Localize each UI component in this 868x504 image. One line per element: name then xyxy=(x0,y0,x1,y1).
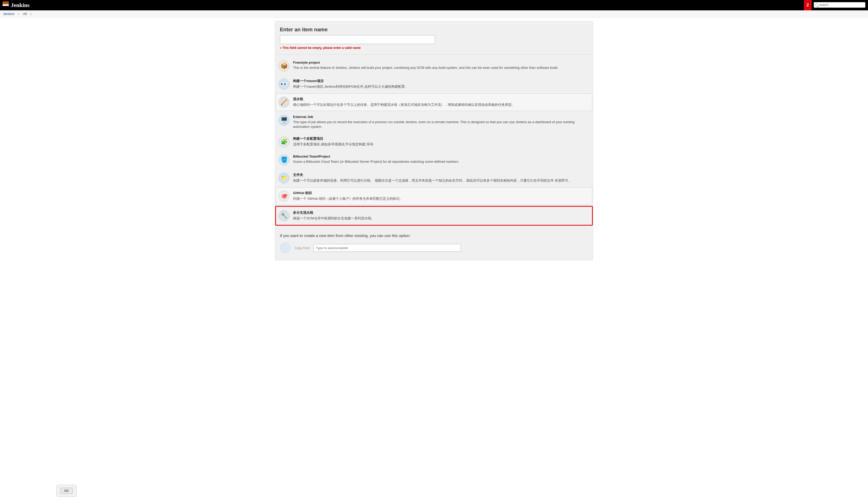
freestyle-icon: 📦 xyxy=(279,61,289,71)
logo-text: Jenkins xyxy=(11,2,30,9)
item-type-description: 构建一个maven项目.Jenkins利用你的POM文件,这样可以大大减轻构建配… xyxy=(293,84,589,89)
item-type-title: 流水线 xyxy=(293,97,589,101)
item-type-title: Bitbucket Team/Project xyxy=(293,154,589,158)
new-item-panel: Enter an item name » This field cannot b… xyxy=(275,21,593,260)
item-type-description: Scans a Bitbucket Cloud Team (or Bitbuck… xyxy=(293,160,589,164)
chevron-right-icon: ▸ xyxy=(18,12,19,15)
item-type-option[interactable]: 📁文件夹创建一个可以嵌套存储的容器。利用它可以进行分组。 视图仅仅是一个过滤器，… xyxy=(276,169,592,187)
item-type-description: 根据一个SCM仓库中检测到的分支创建一系列流水线。 xyxy=(293,216,589,221)
item-type-option[interactable]: 🪣Bitbucket Team/ProjectScans a Bitbucket… xyxy=(276,151,592,169)
item-type-description: 创建一个可以嵌套存储的容器。利用它可以进行分组。 视图仅仅是一个过滤器，而文件夹… xyxy=(293,178,589,183)
item-type-option[interactable]: 📦Freestyle projectThis is the central fe… xyxy=(276,57,592,75)
item-type-option[interactable]: 🐙GitHub 组织扫描一个 GitHub 组织（或者个人账户）的所有仓库来匹配… xyxy=(276,187,592,205)
copy-from-intro: If you want to create a new item from ot… xyxy=(280,233,588,238)
item-name-input[interactable] xyxy=(280,35,435,44)
item-type-option[interactable]: 👀构建一个maven项目构建一个maven项目.Jenkins利用你的POM文件… xyxy=(276,75,592,93)
item-type-title: 多分支流水线 xyxy=(293,210,589,215)
item-types-list: 📦Freestyle projectThis is the central fe… xyxy=(275,54,593,229)
external-icon: 🖥️ xyxy=(279,115,289,126)
folder-icon: 📁 xyxy=(279,173,289,183)
panel-title: Enter an item name xyxy=(280,27,588,33)
copy-from-input[interactable] xyxy=(313,244,461,252)
item-type-title: Freestyle project xyxy=(293,61,589,64)
item-type-description: 扫描一个 GitHub 组织（或者个人账户）的所有仓库来匹配已定义的标记。 xyxy=(293,196,589,201)
github-icon: 🐙 xyxy=(279,191,289,202)
search-icon xyxy=(815,3,818,7)
item-type-title: 构建一个maven项目 xyxy=(293,79,589,83)
multibranch-icon: 🔧 xyxy=(279,210,289,221)
page-header: Jenkins 2 xyxy=(0,0,868,10)
item-type-title: GitHub 组织 xyxy=(293,191,589,195)
breadcrumb-item[interactable]: Jenkins xyxy=(3,12,14,16)
search-input[interactable] xyxy=(819,3,864,7)
item-type-description: This type of job allows you to record th… xyxy=(293,120,589,129)
notification-badge[interactable]: 2 xyxy=(804,0,812,10)
item-type-title: External Job xyxy=(293,115,589,119)
jenkins-logo-icon xyxy=(3,1,9,9)
logo[interactable]: Jenkins xyxy=(3,1,30,9)
item-type-title: 构建一个多配置项目 xyxy=(293,136,589,141)
item-type-description: 适用于多配置项目,例如多环境测试,平台指定构建,等等. xyxy=(293,142,589,147)
copy-icon xyxy=(280,243,291,253)
item-type-option[interactable]: 🪈流水线精心地组织一个可以长期运行在多个节点上的任务。适用于构建流水线（更加正式… xyxy=(276,93,592,111)
validation-error: » This field cannot be empty, please ent… xyxy=(280,46,588,50)
item-type-option[interactable]: 🖥️External JobThis type of job allows yo… xyxy=(276,112,592,133)
breadcrumb: Jenkins ▸ All ▸ xyxy=(0,10,868,18)
copy-from-label: Copy from xyxy=(294,246,310,250)
pipeline-icon: 🪈 xyxy=(279,97,289,107)
item-type-option[interactable]: 🧩构建一个多配置项目适用于多配置项目,例如多环境测试,平台指定构建,等等. xyxy=(276,133,592,151)
search-box[interactable] xyxy=(814,2,865,8)
item-type-title: 文件夹 xyxy=(293,173,589,177)
item-type-description: This is the central feature of Jenkins. … xyxy=(293,65,589,70)
chevron-right-icon: ▸ xyxy=(31,12,32,15)
bitbucket-icon: 🪣 xyxy=(279,154,289,165)
item-type-option[interactable]: 🔧多分支流水线根据一个SCM仓库中检测到的分支创建一系列流水线。 xyxy=(275,206,593,226)
multi-icon: 🧩 xyxy=(279,136,289,147)
item-type-description: 精心地组织一个可以长期运行在多个节点上的任务。适用于构建流水线（更加正式地应当称… xyxy=(293,102,589,107)
maven-icon: 👀 xyxy=(279,79,289,90)
breadcrumb-item[interactable]: All xyxy=(23,12,27,16)
